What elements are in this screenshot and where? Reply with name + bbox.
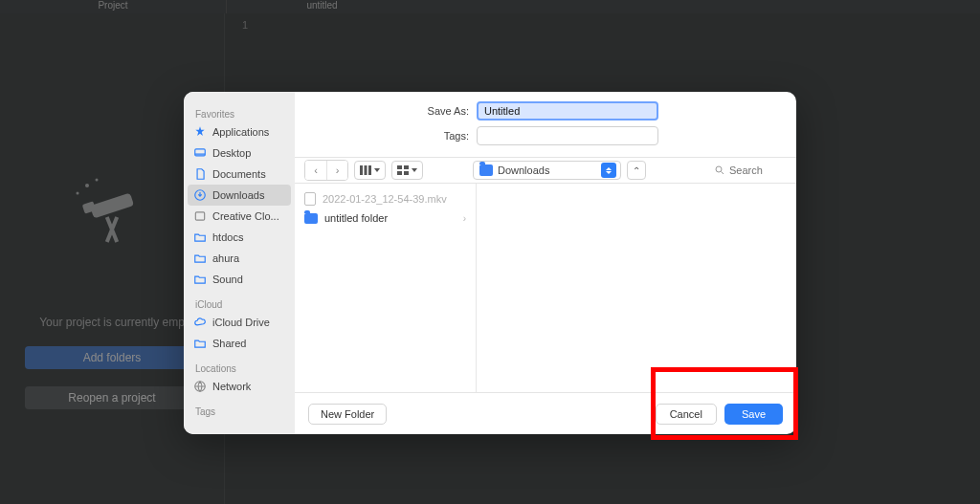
sidebar-header-locations: Locations xyxy=(184,360,295,376)
sidebar-item-label: iCloud Drive xyxy=(212,317,270,328)
sidebar-item-desktop[interactable]: Desktop xyxy=(184,142,295,164)
nav-back-button[interactable]: ‹ xyxy=(305,161,326,180)
sidebar-item-label: Desktop xyxy=(212,147,251,159)
cancel-button[interactable]: Cancel xyxy=(656,404,717,425)
collapse-button[interactable]: ⌃ xyxy=(627,161,646,180)
documents-icon xyxy=(193,167,207,181)
svg-point-18 xyxy=(716,166,722,172)
new-folder-button[interactable]: New Folder xyxy=(308,404,387,425)
file-column: 2022-01-23_12-54-39.mkv untitled folder … xyxy=(295,184,477,392)
svg-rect-12 xyxy=(365,165,368,175)
location-label: Downloads xyxy=(498,164,549,176)
chevron-right-icon: › xyxy=(463,213,466,224)
sidebar-item-label: Downloads xyxy=(212,189,264,201)
cloud-icon xyxy=(193,316,207,329)
sidebar-item-label: htdocs xyxy=(212,231,243,243)
folder-icon xyxy=(479,164,493,176)
chevron-right-icon: › xyxy=(336,164,340,176)
document-icon xyxy=(304,192,316,206)
dialog-toolbar: ‹ › Downloads ⌃ xyxy=(295,157,796,184)
columns-icon xyxy=(360,165,371,175)
applications-icon xyxy=(193,125,207,139)
svg-rect-11 xyxy=(360,165,363,175)
sidebar-item-label: Applications xyxy=(212,126,269,138)
svg-rect-7 xyxy=(195,149,206,156)
file-name: 2022-01-23_12-54-39.mkv xyxy=(323,193,447,205)
svg-rect-14 xyxy=(397,165,402,169)
save-as-label: Save As: xyxy=(304,105,469,117)
sidebar-item-icloud-drive[interactable]: iCloud Drive xyxy=(184,312,295,333)
sidebar-header-favorites: Favorites xyxy=(184,105,295,121)
sidebar-item-label: Sound xyxy=(212,274,243,285)
file-browser: 2022-01-23_12-54-39.mkv untitled folder … xyxy=(295,184,796,392)
tags-input[interactable] xyxy=(477,126,658,145)
chevron-down-icon xyxy=(412,168,417,172)
sidebar-item-creative-cloud[interactable]: Creative Clo... xyxy=(184,206,295,227)
nav-buttons: ‹ › xyxy=(304,160,348,181)
folder-icon xyxy=(193,252,207,265)
chevron-down-icon xyxy=(374,168,380,172)
search-input[interactable] xyxy=(729,164,787,176)
desktop-icon xyxy=(193,146,207,160)
dialog-sidebar: Favorites Applications Desktop Documents… xyxy=(184,92,295,434)
grid-icon xyxy=(397,165,409,175)
dialog-fields: Save As: Tags: xyxy=(295,92,796,157)
location-selector[interactable]: Downloads xyxy=(473,161,621,180)
sidebar-item-shared[interactable]: Shared xyxy=(184,333,295,354)
chevron-up-icon: ⌃ xyxy=(633,165,640,176)
creative-cloud-icon xyxy=(193,209,207,223)
sidebar-item-label: Documents xyxy=(212,168,266,180)
downloads-icon xyxy=(193,188,207,202)
tags-label: Tags: xyxy=(304,130,469,142)
sidebar-item-applications[interactable]: Applications xyxy=(184,121,295,142)
svg-rect-15 xyxy=(404,165,409,169)
file-name: untitled folder xyxy=(324,212,388,224)
shared-folder-icon xyxy=(193,337,207,350)
save-as-input[interactable] xyxy=(477,101,658,121)
sidebar-item-label: Network xyxy=(212,381,251,392)
dialog-footer: New Folder Cancel Save xyxy=(295,392,796,434)
view-columns-button[interactable] xyxy=(354,161,386,180)
sidebar-item-htdocs[interactable]: htdocs xyxy=(184,227,295,248)
save-button[interactable]: Save xyxy=(724,404,783,425)
sidebar-header-tags: Tags xyxy=(184,403,295,419)
dialog-main: Save As: Tags: ‹ › xyxy=(295,92,796,434)
sidebar-item-label: Shared xyxy=(212,338,246,349)
updown-icon xyxy=(601,163,616,178)
svg-rect-9 xyxy=(195,212,204,220)
sidebar-item-downloads[interactable]: Downloads xyxy=(188,185,291,206)
file-column-empty xyxy=(477,184,796,392)
sidebar-item-ahura[interactable]: ahura xyxy=(184,248,295,269)
sidebar-item-sound[interactable]: Sound xyxy=(184,269,295,290)
svg-rect-13 xyxy=(368,165,371,175)
chevron-left-icon: ‹ xyxy=(314,164,318,176)
file-row[interactable]: 2022-01-23_12-54-39.mkv xyxy=(295,189,476,208)
sidebar-header-icloud: iCloud xyxy=(184,296,295,312)
svg-rect-17 xyxy=(404,171,409,175)
view-grid-button[interactable] xyxy=(391,161,423,180)
sidebar-item-label: ahura xyxy=(212,252,239,264)
save-dialog: Favorites Applications Desktop Documents… xyxy=(184,92,796,434)
sidebar-item-label: Creative Clo... xyxy=(212,210,279,222)
sidebar-item-network[interactable]: Network xyxy=(184,376,295,397)
nav-forward-button[interactable]: › xyxy=(326,161,347,180)
folder-icon xyxy=(193,273,207,286)
search-icon xyxy=(714,164,725,176)
folder-icon xyxy=(193,230,207,244)
sidebar-item-documents[interactable]: Documents xyxy=(184,164,295,185)
search-field[interactable] xyxy=(714,164,787,176)
svg-rect-16 xyxy=(397,171,402,175)
file-row[interactable]: untitled folder › xyxy=(295,208,476,228)
folder-icon xyxy=(304,213,318,224)
network-icon xyxy=(193,380,207,393)
